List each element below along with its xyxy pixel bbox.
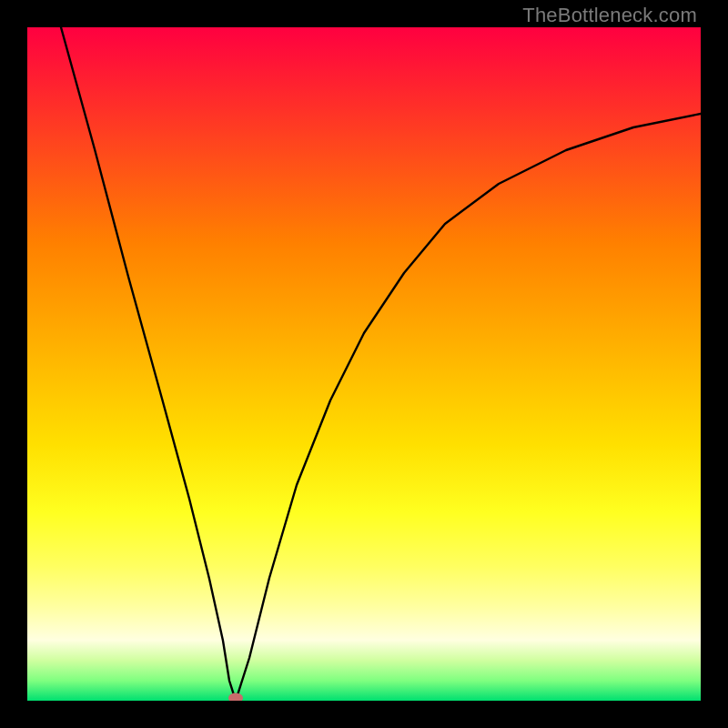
curve-svg xyxy=(27,27,701,701)
minimum-marker-icon xyxy=(228,693,243,702)
bottleneck-curve xyxy=(61,27,701,701)
chart-frame: TheBottleneck.com xyxy=(0,0,728,728)
watermark-text: TheBottleneck.com xyxy=(522,4,697,27)
plot-area xyxy=(27,27,701,701)
